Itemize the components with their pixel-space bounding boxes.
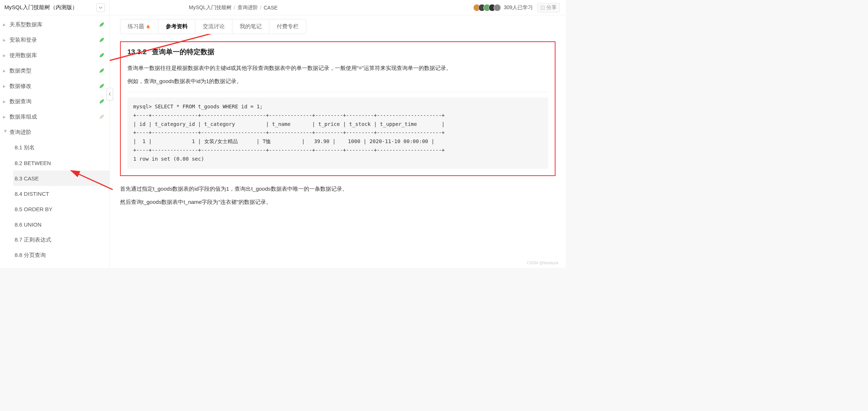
chevron-down-icon: ▶ — [4, 130, 8, 135]
sidebar-title: MySQL入门技能树（内测版） — [4, 4, 96, 11]
breadcrumb-sep: / — [234, 5, 235, 11]
share-button[interactable]: 分享 — [537, 3, 560, 12]
share-icon — [540, 5, 545, 10]
leaf-icon — [98, 37, 105, 43]
sidebar-subitem[interactable]: 8.5 ORDER BY — [13, 201, 109, 217]
tabs-wrap: 练习题参考资料交流讨论我的笔记付费专栏 — [110, 15, 566, 34]
tab[interactable]: 参考资料 — [158, 19, 195, 34]
sidebar-item[interactable]: ▶使用数据库 — [0, 48, 109, 63]
sidebar-item-label: 数据类型 — [10, 67, 96, 74]
paragraph: 查询单一数据往往是根据数据表中的主键id或其他字段查询数据表中的单一数据记录，一… — [127, 63, 548, 74]
sidebar-item-label: 数据库组成 — [10, 113, 96, 120]
paragraph: 例如，查询t_goods数据表中id为1的数据记录。 — [127, 76, 548, 87]
section-heading: 查询单一的特定数据 — [152, 48, 214, 56]
tab-label: 付费专栏 — [277, 23, 299, 30]
paragraph: 然后查询t_goods数据表中t_name字段为"连衣裙"的数据记录。 — [120, 197, 555, 208]
sidebar-subitem[interactable]: 8.2 BETWEEN — [13, 155, 109, 171]
fire-icon — [146, 24, 151, 29]
sidebar-item-label: 8.2 BETWEEN — [15, 160, 105, 166]
chevron-right-icon: ▶ — [3, 84, 8, 88]
sidebar-item-label: 使用数据库 — [10, 52, 96, 59]
sidebar-item[interactable]: ▶关系型数据库 — [0, 17, 109, 32]
breadcrumb-root[interactable]: MySQL入门技能树 — [189, 4, 232, 11]
tab-label: 参考资料 — [166, 23, 188, 30]
sidebar-item[interactable]: ▶安装和登录 — [0, 32, 109, 48]
sidebar-item-label: 8.3 CASE — [15, 175, 105, 182]
tab-label: 我的笔记 — [240, 23, 262, 30]
section-title: 13.3.2查询单一的特定数据 — [127, 47, 548, 57]
sidebar-item-expanded[interactable]: ▶查询进阶 — [0, 124, 109, 140]
section-number: 13.3.2 — [127, 48, 147, 56]
divider — [127, 92, 548, 92]
breadcrumb-mid[interactable]: 查询进阶 — [237, 4, 258, 11]
sidebar-item[interactable]: ▶数据库组成 — [0, 109, 109, 124]
leaf-icon — [98, 113, 105, 120]
sidebar-item-label: 查询进阶 — [10, 129, 105, 136]
sidebar-item-label: 关系型数据库 — [10, 21, 96, 28]
highlighted-section: 13.3.2查询单一的特定数据 查询单一数据往往是根据数据表中的主键id或其他字… — [120, 41, 555, 176]
sidebar-subitem[interactable]: 8.3 CASE — [13, 171, 109, 186]
code-block: mysql> SELECT * FROM t_goods WHERE id = … — [127, 97, 548, 169]
content: 13.3.2查询单一的特定数据 查询单一数据往往是根据数据表中的主键id或其他字… — [110, 34, 566, 268]
tab-label: 交流讨论 — [203, 23, 225, 30]
tab[interactable]: 练习题 — [120, 19, 158, 34]
share-label: 分享 — [546, 4, 557, 11]
sidebar-item[interactable]: ▶数据查询 — [0, 94, 109, 109]
chevron-down-icon — [99, 7, 102, 9]
tab-label: 练习题 — [128, 23, 144, 30]
sidebar-item-label: 8.5 ORDER BY — [15, 206, 105, 212]
sidebar-header: MySQL入门技能树（内测版） — [0, 0, 109, 15]
chevron-right-icon: ▶ — [3, 115, 8, 119]
tab[interactable]: 我的笔记 — [232, 19, 269, 34]
leaf-icon — [98, 67, 105, 74]
tab[interactable]: 付费专栏 — [269, 19, 306, 34]
sidebar-item-label: 安装和登录 — [10, 37, 96, 44]
leaf-icon — [98, 83, 105, 89]
chevron-right-icon: ▶ — [3, 69, 8, 73]
watermark: CSDN @fanstuck — [527, 261, 558, 265]
chevron-right-icon: ▶ — [3, 53, 8, 57]
learn-count: 309人已学习 — [504, 4, 533, 11]
sidebar-subitem[interactable]: 8.1 别名 — [13, 140, 109, 155]
sidebar: MySQL入门技能树（内测版） ▶关系型数据库▶安装和登录▶使用数据库▶数据类型… — [0, 0, 110, 268]
sidebar-item-label: 数据修改 — [10, 83, 96, 90]
breadcrumb-sep: / — [260, 5, 262, 11]
paragraph: 首先通过指定t_goods数据表的id字段的值为1，查询出t_goods数据表中… — [120, 183, 555, 194]
leaf-icon — [98, 21, 105, 28]
sidebar-item-label: 8.4 DISTINCT — [15, 191, 105, 197]
avatar-strip — [475, 4, 501, 11]
leaf-icon — [98, 52, 105, 59]
chevron-right-icon: ▶ — [3, 23, 8, 27]
sidebar-item-label: 8.7 正则表达式 — [15, 236, 105, 243]
sidebar-subitem[interactable]: 8.6 UNION — [13, 217, 109, 232]
sidebar-item-label: 8.6 UNION — [15, 221, 105, 228]
breadcrumb: MySQL入门技能树 / 查询进阶 / CASE — [189, 4, 475, 11]
breadcrumb-leaf[interactable]: CASE — [263, 5, 277, 11]
sidebar-item-label: 8.1 别名 — [15, 144, 105, 151]
main: MySQL入门技能树 / 查询进阶 / CASE 309人已学习 分享 练习题参… — [110, 0, 566, 268]
sidebar-dropdown-toggle[interactable] — [96, 3, 105, 12]
sidebar-list: ▶关系型数据库▶安装和登录▶使用数据库▶数据类型▶数据修改▶数据查询▶数据库组成… — [0, 15, 109, 268]
sidebar-item[interactable]: ▶数据修改 — [0, 78, 109, 94]
sidebar-subitem[interactable]: 8.4 DISTINCT — [13, 186, 109, 201]
tab[interactable]: 交流讨论 — [195, 19, 232, 34]
chevron-right-icon: ▶ — [3, 100, 8, 104]
sidebar-subitem[interactable]: 8.8 分页查询 — [13, 247, 109, 263]
sidebar-item-label: 8.8 分页查询 — [15, 252, 105, 259]
sidebar-item-label: 数据查询 — [10, 98, 96, 105]
svg-rect-0 — [541, 6, 545, 10]
avatar — [494, 4, 501, 11]
sidebar-item[interactable]: ▶数据类型 — [0, 63, 109, 78]
topbar: MySQL入门技能树 / 查询进阶 / CASE 309人已学习 分享 — [110, 0, 566, 15]
tabs: 练习题参考资料交流讨论我的笔记付费专栏 — [120, 19, 306, 34]
leaf-icon — [98, 98, 105, 105]
chevron-right-icon: ▶ — [3, 38, 8, 42]
sidebar-subitem[interactable]: 8.7 正则表达式 — [13, 232, 109, 247]
